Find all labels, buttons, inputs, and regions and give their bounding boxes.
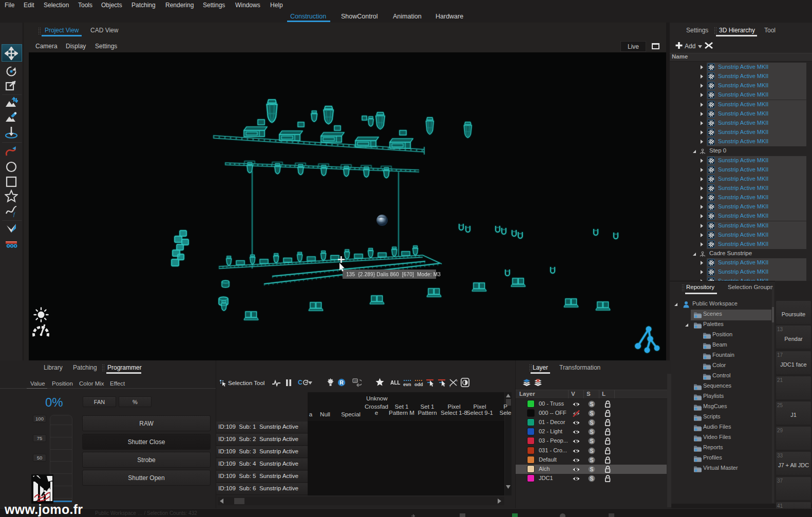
svg-text:MK: MK (354, 379, 358, 382)
svg-text:x: x (456, 379, 458, 382)
svg-text:R: R (339, 379, 344, 386)
svg-text:y: y (449, 384, 451, 387)
svg-text:f: f (13, 212, 15, 217)
